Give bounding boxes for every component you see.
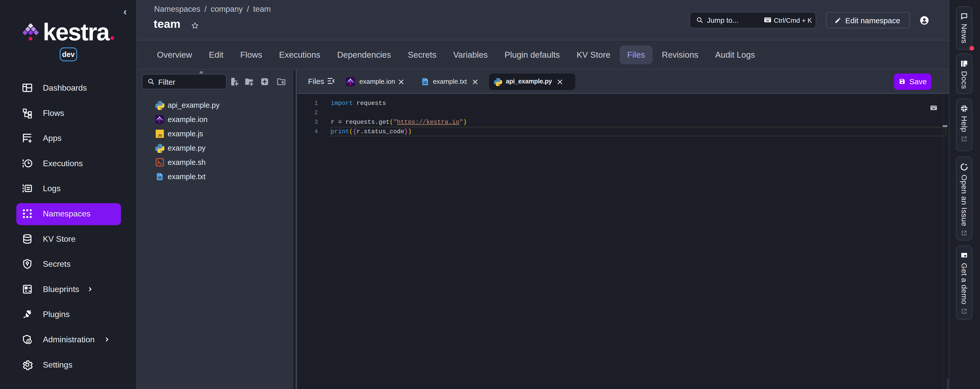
svg-text:JS: JS [158, 134, 162, 137]
